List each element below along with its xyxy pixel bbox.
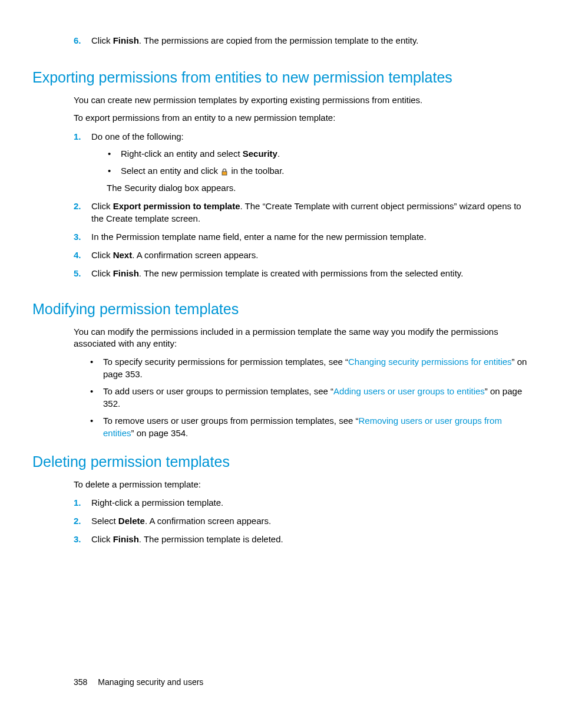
s3-s3-after: . The permission template is deleted. xyxy=(139,534,283,544)
s1-sub2-after: in the toolbar. xyxy=(229,166,284,176)
s1-s5-bold: Finish xyxy=(113,268,139,278)
s1-step1-sub2: Select an entity and click in the toolba… xyxy=(105,164,530,177)
svg-rect-0 xyxy=(222,172,227,175)
s2-bullet2: To add users or user groups to permissio… xyxy=(88,385,530,410)
s3-s2-after: . A confirmation screen appears. xyxy=(145,516,271,526)
page-footer: 358Managing security and users xyxy=(74,677,203,687)
lock-icon xyxy=(220,167,229,175)
section2-list: To specify security permissions for perm… xyxy=(88,355,530,439)
s1-sub2-before: Select an entity and click xyxy=(121,166,220,176)
heading-modifying: Modifying permission templates xyxy=(32,301,530,318)
s1-step1-sublist: Right-click an entity and select Securit… xyxy=(105,147,530,177)
s1-s2-bold: Export permission to template xyxy=(113,201,240,211)
s3-s2-bold: Delete xyxy=(118,516,145,526)
section1-step2: Click Export permission to template. The… xyxy=(74,200,530,225)
s1-s5-before: Click xyxy=(91,268,113,278)
section1-step4: Click Next. A confirmation screen appear… xyxy=(74,249,530,261)
section1-step3: In the Permission template name field, e… xyxy=(74,230,530,243)
s1-s2-before: Click xyxy=(91,201,113,211)
section3-intro: To delete a permission template: xyxy=(74,479,530,490)
section3-step2: Select Delete. A confirmation screen app… xyxy=(74,515,530,527)
list-step-6: Click Finish. The permissions are copied… xyxy=(74,34,530,47)
page-content: Click Finish. The permissions are copied… xyxy=(32,34,530,545)
s1-s4-before: Click xyxy=(91,250,113,260)
step6-text-before: Click xyxy=(91,35,113,45)
section1-intro1: You can create new permission templates … xyxy=(74,94,530,106)
s1-step1-result: The Security dialog box appears. xyxy=(107,182,530,194)
link-adding-users[interactable]: Adding users or user groups to entities xyxy=(333,386,485,396)
s1-step1-text: Do one of the following: xyxy=(91,131,184,141)
section1-intro2: To export permissions from an entity to … xyxy=(74,112,530,124)
section3-list: Right-click a permission template. Selec… xyxy=(74,496,530,545)
section1-step5: Click Finish. The new permission templat… xyxy=(74,267,530,279)
section3-step3: Click Finish. The permission template is… xyxy=(74,533,530,545)
section3-step1: Right-click a permission template. xyxy=(74,496,530,509)
heading-deleting: Deleting permission templates xyxy=(32,453,530,470)
step6-text-after: . The permissions are copied from the pe… xyxy=(139,35,419,45)
link-changing-security[interactable]: Changing security permissions for entiti… xyxy=(348,357,512,367)
s1-s4-after: . A confirmation screen appears. xyxy=(132,250,258,260)
s1-sub1-after: . xyxy=(277,149,280,159)
step6-bold: Finish xyxy=(113,35,139,45)
s3-s3-before: Click xyxy=(91,534,113,544)
section1-step1: Do one of the following: Right-click an … xyxy=(74,130,530,194)
carryover-list: Click Finish. The permissions are copied… xyxy=(74,34,530,47)
heading-exporting: Exporting permissions from entities to n… xyxy=(32,69,530,86)
s2-bullet3: To remove users or user groups from perm… xyxy=(88,414,530,439)
section2-intro: You can modify the permissions included … xyxy=(74,326,530,350)
s1-s4-bold: Next xyxy=(113,250,133,260)
s3-s2-before: Select xyxy=(91,516,118,526)
s3-s3-bold: Finish xyxy=(113,534,139,544)
footer-title: Managing security and users xyxy=(98,677,203,687)
s2-b3-after: ” on page 354. xyxy=(131,428,189,438)
s2-bullet1: To specify security permissions for perm… xyxy=(88,355,530,380)
s1-step1-sub1: Right-click an entity and select Securit… xyxy=(105,147,530,160)
s2-b2-before: To add users or user groups to permissio… xyxy=(103,386,333,396)
s2-b3-before: To remove users or user groups from perm… xyxy=(103,416,359,426)
section1-list: Do one of the following: Right-click an … xyxy=(74,130,530,279)
s2-b1-before: To specify security permissions for perm… xyxy=(103,357,348,367)
page-number: 358 xyxy=(74,677,87,687)
s1-s5-after: . The new permission template is created… xyxy=(139,268,464,278)
s1-sub1-bold: Security xyxy=(243,149,277,159)
s1-sub1-before: Right-click an entity and select xyxy=(121,149,243,159)
